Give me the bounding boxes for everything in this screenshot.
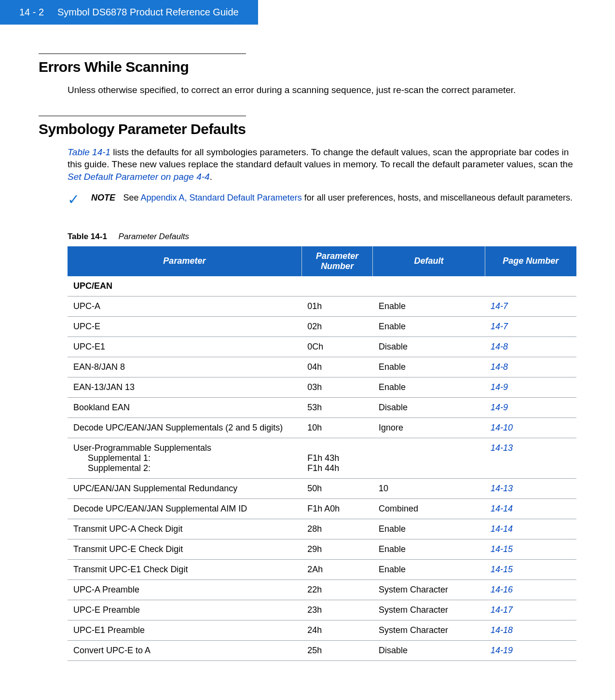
table-row: EAN-13/JAN 1303hEnable14-9: [68, 377, 576, 397]
page-link[interactable]: 14-17: [491, 605, 513, 615]
table-caption-label: Table 14-1: [68, 232, 107, 241]
table-row: UPC-E10ChDisable14-8: [68, 337, 576, 357]
table-cell: Enable: [373, 539, 485, 559]
table-cell: UPC/EAN/JAN Supplemental Redundancy: [68, 478, 301, 498]
table-cell: UPC-A Preamble: [68, 579, 301, 600]
table-cell: Combined: [373, 498, 485, 519]
table-row: Convert UPC-E to A25hDisable14-19: [68, 640, 576, 660]
table-cell: 24h: [301, 620, 373, 640]
table-cell: Enable: [373, 316, 485, 337]
table-cell: 10h: [301, 417, 373, 438]
table-row: Transmit UPC-E1 Check Digit2AhEnable14-1…: [68, 559, 576, 579]
col-header-param-number: Parameter Number: [301, 246, 373, 276]
table-cell: Disable: [373, 337, 485, 357]
note-block: ✓ NOTE See Appendix A, Standard Default …: [68, 192, 576, 208]
table-cell: EAN-13/JAN 13: [68, 377, 301, 397]
table-cell: User-Programmable SupplementalsSupplemen…: [68, 438, 301, 478]
page-link[interactable]: 14-18: [491, 625, 513, 635]
table-cell: 14-18: [485, 620, 576, 640]
table-cell: 14-9: [485, 377, 576, 397]
section-rule: [39, 54, 246, 54]
table-cell: 10: [373, 478, 485, 498]
page-link[interactable]: 14-9: [491, 403, 508, 412]
page-link[interactable]: 14-7: [491, 301, 508, 311]
page-link[interactable]: 14-8: [491, 342, 508, 351]
table-cell: Decode UPC/EAN/JAN Supplemental AIM ID: [68, 498, 301, 519]
table-cell: System Character: [373, 620, 485, 640]
table-cell: 14-16: [485, 579, 576, 600]
page-link[interactable]: 14-13: [491, 443, 513, 453]
col-header-parameter: Parameter: [68, 246, 301, 276]
doc-title: Symbol DS6878 Product Reference Guide: [57, 7, 239, 17]
check-icon: ✓: [68, 191, 80, 208]
table-row: UPC-A Preamble22hSystem Character14-16: [68, 579, 576, 600]
page-link[interactable]: 14-14: [491, 504, 513, 513]
page-link[interactable]: 14-16: [491, 585, 513, 594]
table-cell: UPC-E1 Preamble: [68, 620, 301, 640]
page-link[interactable]: 14-15: [491, 565, 513, 574]
table-cell: 04h: [301, 357, 373, 377]
note-text: See Appendix A, Standard Default Paramet…: [123, 193, 573, 202]
table-cell: 14-7: [485, 316, 576, 337]
table-cell: Transmit UPC-A Check Digit: [68, 519, 301, 539]
note-pre: See: [123, 193, 140, 202]
table-cell: EAN-8/JAN 8: [68, 357, 301, 377]
table-cell: 14-13: [485, 438, 576, 478]
page-link[interactable]: 14-19: [491, 646, 513, 655]
table-cell: F1h 43hF1h 44h: [301, 438, 373, 478]
page-link[interactable]: 14-7: [491, 322, 508, 331]
table-row: UPC/EAN/JAN Supplemental Redundancy50h10…: [68, 478, 576, 498]
table-cell: Transmit UPC-E1 Check Digit: [68, 559, 301, 579]
table-cell: 2Ah: [301, 559, 373, 579]
table-cell: 14-14: [485, 519, 576, 539]
table-cell: 14-19: [485, 640, 576, 660]
appendix-link[interactable]: Appendix A, Standard Default Parameters: [141, 193, 302, 202]
table-cell: Decode UPC/EAN/JAN Supplementals (2 and …: [68, 417, 301, 438]
table-cell: UPC-E: [68, 316, 301, 337]
set-default-link[interactable]: Set Default Parameter on page 4-4: [68, 172, 210, 182]
table-cell: Bookland EAN: [68, 397, 301, 417]
table-cell: 14-10: [485, 417, 576, 438]
table-cell: Enable: [373, 519, 485, 539]
section-rule: [39, 116, 246, 116]
table-cell: 01h: [301, 296, 373, 316]
table-cell: UPC-E Preamble: [68, 600, 301, 620]
page-link[interactable]: 14-9: [491, 382, 508, 392]
table-section-header: UPC/EAN: [68, 276, 576, 296]
table-cell: 02h: [301, 316, 373, 337]
table-cell: 53h: [301, 397, 373, 417]
col-header-default: Default: [373, 246, 485, 276]
table-cell: 14-8: [485, 337, 576, 357]
table-cell: 14-13: [485, 478, 576, 498]
table-cell: Enable: [373, 559, 485, 579]
table-cell: Disable: [373, 640, 485, 660]
table-row: UPC-E Preamble23hSystem Character14-17: [68, 600, 576, 620]
table-row: Transmit UPC-A Check Digit28hEnable14-14: [68, 519, 576, 539]
table-cell: 14-7: [485, 296, 576, 316]
section-title-symbology: Symbology Parameter Defaults: [39, 121, 576, 137]
table-cell: 22h: [301, 579, 373, 600]
table-row: User-Programmable SupplementalsSupplemen…: [68, 438, 576, 478]
note-label: NOTE: [91, 193, 115, 202]
table-section-row: UPC/EAN: [68, 276, 576, 296]
table-cell: 23h: [301, 600, 373, 620]
table-cell: 29h: [301, 539, 373, 559]
page-link[interactable]: 14-14: [491, 524, 513, 534]
col-header-page-number: Page Number: [485, 246, 576, 276]
page-link[interactable]: 14-8: [491, 362, 508, 372]
table-cell: 14-15: [485, 559, 576, 579]
table-row: UPC-E02hEnable14-7: [68, 316, 576, 337]
table-cell: Enable: [373, 357, 485, 377]
table-cell: 14-17: [485, 600, 576, 620]
table-row: UPC-E1 Preamble24hSystem Character14-18: [68, 620, 576, 640]
page-link[interactable]: 14-10: [491, 423, 513, 432]
table-ref-link[interactable]: Table 14-1: [68, 147, 110, 157]
table-cell: 03h: [301, 377, 373, 397]
page-link[interactable]: 14-13: [491, 484, 513, 493]
table-row: Decode UPC/EAN/JAN Supplemental AIM IDF1…: [68, 498, 576, 519]
table-cell: UPC-A: [68, 296, 301, 316]
body-mid-text: lists the defaults for all symbologies p…: [68, 147, 573, 170]
table-cell: System Character: [373, 579, 485, 600]
table-cell: UPC-E1: [68, 337, 301, 357]
page-link[interactable]: 14-15: [491, 544, 513, 554]
